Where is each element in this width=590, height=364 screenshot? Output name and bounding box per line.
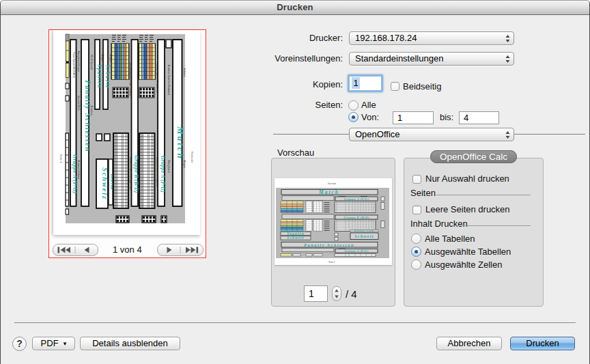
svg-text:Panatly Schiessen: Panatly Schiessen: [84, 80, 92, 152]
svg-text:Beginn: Beginn: [183, 160, 186, 168]
svg-text:Deutschland Portugal Schweiz: Deutschland Portugal Schweiz: [129, 63, 132, 96]
svg-text:Kleiner Final: Kleiner Final: [354, 229, 375, 232]
svg-text:Schweiz: Schweiz: [354, 234, 374, 238]
svg-text:Match: Match: [175, 126, 186, 160]
svg-text:Schweiz: Schweiz: [101, 167, 109, 200]
svg-text:Rang Land Gruppe: Rang Land Gruppe: [77, 51, 80, 72]
svg-text:Holland: Holland: [183, 68, 186, 76]
svg-text:Vorrunde: Vorrunde: [191, 152, 194, 164]
svg-text:Gruppe B (B/D): Gruppe B (B/D): [133, 155, 139, 193]
svg-text:B station Holland: B station Holland: [77, 160, 80, 179]
svg-text:Schweiz: Schweiz: [104, 64, 111, 88]
svg-text:Spanien: Spanien: [96, 64, 102, 89]
svg-text:Holland Spanien Frankreich: Holland Spanien Frankreich: [156, 63, 158, 93]
svg-text:B station: B station: [90, 106, 93, 115]
svg-text:Gruppe A (P/G): Gruppe A (P/G): [344, 249, 368, 253]
svg-text:Spezial 09:15: Spezial 09:15: [77, 96, 80, 111]
svg-text:Beginn: Beginn: [101, 55, 104, 62]
svg-text:Spanien: Spanien: [287, 232, 305, 236]
svg-text:Gruppe B (B/D): Gruppe B (B/D): [343, 216, 369, 219]
svg-text:Gruppe A (P/G): Gruppe A (P/G): [72, 154, 78, 193]
svg-text:Gruppe A (P/G): Gruppe A (P/G): [344, 197, 369, 201]
svg-text:B station Spanien Russland: B station Spanien Russland: [167, 65, 170, 95]
svg-text:Kleiner Final: Kleiner Final: [110, 173, 113, 190]
svg-text:Panatly Schiessen: Panatly Schiessen: [304, 242, 354, 247]
svg-text:Schweiz: Schweiz: [287, 236, 304, 240]
svg-text:Seite 1: Seite 1: [59, 154, 63, 163]
svg-text:Match: Match: [318, 189, 339, 195]
svg-text:Holland Frankreich Spanien: Holland Frankreich Spanien: [156, 157, 158, 187]
svg-text:Schweiz Italien Portugal Polen: Schweiz Italien Portugal Polen: [129, 157, 132, 191]
svg-text:Phase Spezial 00:10 09:15: Phase Spezial 00:10 09:15: [72, 52, 75, 78]
svg-text:Beginn: Beginn: [109, 55, 112, 62]
svg-text:Seite 1: Seite 1: [328, 261, 335, 264]
svg-text:Gruppe A (P/G): Gruppe A (P/G): [160, 156, 166, 193]
svg-text:Vorrunde: Vorrunde: [328, 182, 337, 185]
svg-text:00:10 Spezial: 00:10 Spezial: [90, 55, 93, 70]
svg-text:Rang Land: Rang Land: [167, 160, 170, 173]
